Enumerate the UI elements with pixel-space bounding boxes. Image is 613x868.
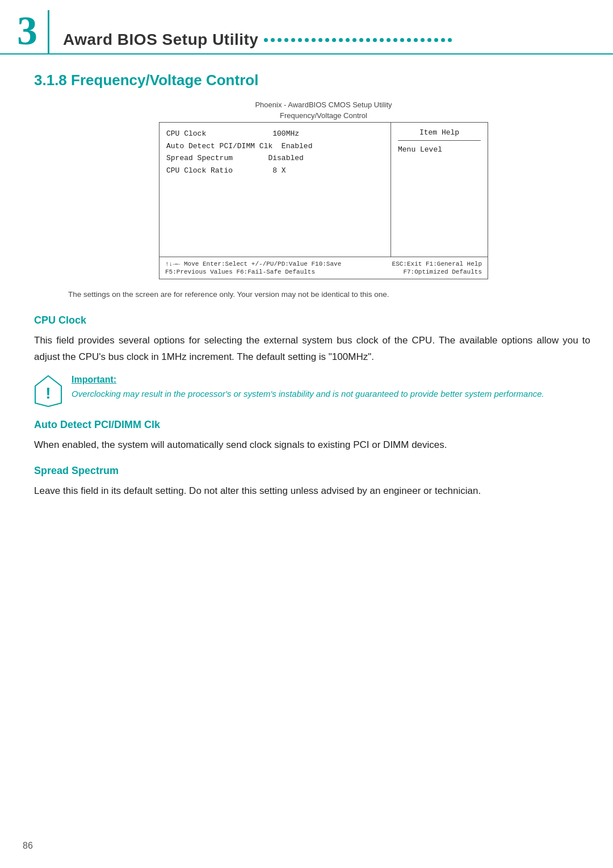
bios-caption-line2: Frequency/Voltage Control (68, 111, 579, 120)
reference-note: The settings on the screen are for refer… (68, 288, 579, 301)
bios-item-auto-detect: Auto Detect PCI/DIMM Clk Enabled (166, 141, 384, 152)
cpu-clock-paragraph: This field provides several options for … (34, 332, 590, 366)
header-dot (325, 38, 329, 42)
important-box: ! Important: Overclocking may result in … (34, 375, 590, 408)
spread-spectrum-heading: Spread Spectrum (34, 465, 590, 477)
header-dot (407, 38, 411, 42)
important-label: Important: (72, 375, 590, 385)
important-content: Important: Overclocking may result in th… (72, 375, 590, 401)
header-dot (271, 38, 275, 42)
header-dot (387, 38, 391, 42)
bios-item-cpu-clock-ratio: CPU Clock Ratio 8 X (166, 165, 384, 177)
header-dot (380, 38, 384, 42)
svg-text:!: ! (45, 384, 51, 402)
header-dot (427, 38, 431, 42)
header-dot (400, 38, 404, 42)
header-decoration (264, 38, 590, 49)
header-dot (352, 38, 356, 42)
header-dot (441, 38, 445, 42)
auto-detect-heading: Auto Detect PCI/DIMM Clk (34, 419, 590, 431)
bios-caption-line1: Phoenix - AwardBIOS CMOS Setup Utility (68, 100, 579, 109)
header-dot (448, 38, 452, 42)
header-dot (366, 38, 370, 42)
spread-spectrum-paragraph: Leave this field in its default setting.… (34, 483, 590, 500)
bios-item-cpu-clock: CPU Clock 100MHz (166, 128, 384, 140)
header-dot (284, 38, 288, 42)
header-dot (291, 38, 295, 42)
auto-detect-paragraph: When enabled, the system will automatica… (34, 437, 590, 454)
chapter-number: 3 (0, 10, 49, 53)
header-dot (298, 38, 302, 42)
header-dot (421, 38, 425, 42)
bios-box: CPU Clock 100MHz Auto Detect PCI/DIMM Cl… (159, 122, 488, 279)
bios-left-panel: CPU Clock 100MHz Auto Detect PCI/DIMM Cl… (159, 123, 391, 257)
bios-menu-level: Menu Level (398, 145, 481, 154)
header-dot (434, 38, 438, 42)
page-number: 86 (23, 841, 33, 851)
header-dot (332, 38, 336, 42)
bios-item-spread-spectrum: Spread Spectrum Disabled (166, 153, 384, 164)
bios-item-help: Item Help (398, 128, 481, 141)
header-dot (318, 38, 322, 42)
header-dot (264, 38, 268, 42)
header-dot (278, 38, 282, 42)
header-dot (339, 38, 343, 42)
important-icon: ! (34, 375, 62, 408)
header-dot (359, 38, 363, 42)
header-dot (305, 38, 309, 42)
page-header: 3 Award BIOS Setup Utility (0, 0, 613, 54)
header-dot (393, 38, 397, 42)
header-dot (414, 38, 418, 42)
bios-screenshot: Phoenix - AwardBIOS CMOS Setup Utility F… (68, 100, 579, 279)
bios-footer-esc: ESC:Exit F1:General Help (392, 261, 482, 267)
bios-footer-nav2: F5:Previous Values F6:Fail-Safe Defaults (165, 269, 341, 275)
header-dot (312, 38, 316, 42)
bios-footer-nav: ↑↓→← Move Enter:Select +/-/PU/PD:Value F… (165, 261, 341, 267)
bios-right-panel: Item Help Menu Level (391, 123, 488, 257)
bios-footer-f7: F7:Optimized Defaults (392, 269, 482, 275)
section-title: 3.1.8 Frequency/Voltage Control (34, 72, 590, 89)
important-text: Overclocking may result in the processor… (72, 387, 590, 401)
header-dot (346, 38, 350, 42)
chapter-title: Award BIOS Setup Utility (63, 31, 258, 49)
bios-footer: ↑↓→← Move Enter:Select +/-/PU/PD:Value F… (159, 257, 488, 279)
header-dot (373, 38, 377, 42)
cpu-clock-heading: CPU Clock (34, 315, 590, 326)
